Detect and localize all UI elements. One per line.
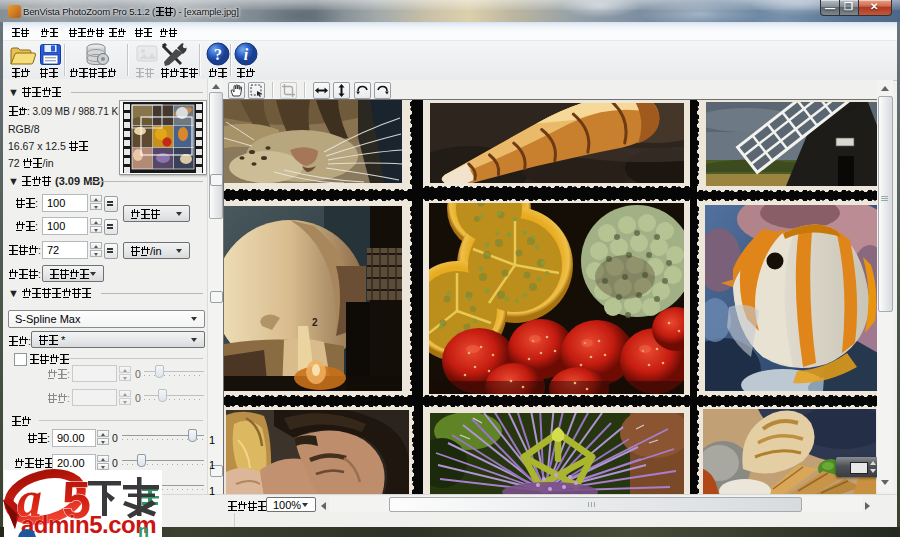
- svg-text:i: i: [244, 46, 249, 63]
- svg-text:2: 2: [312, 317, 318, 328]
- svg-text:n: n: [138, 521, 149, 537]
- svg-text:?: ?: [214, 46, 222, 63]
- svg-text:admin5.com: admin5.com: [21, 511, 156, 537]
